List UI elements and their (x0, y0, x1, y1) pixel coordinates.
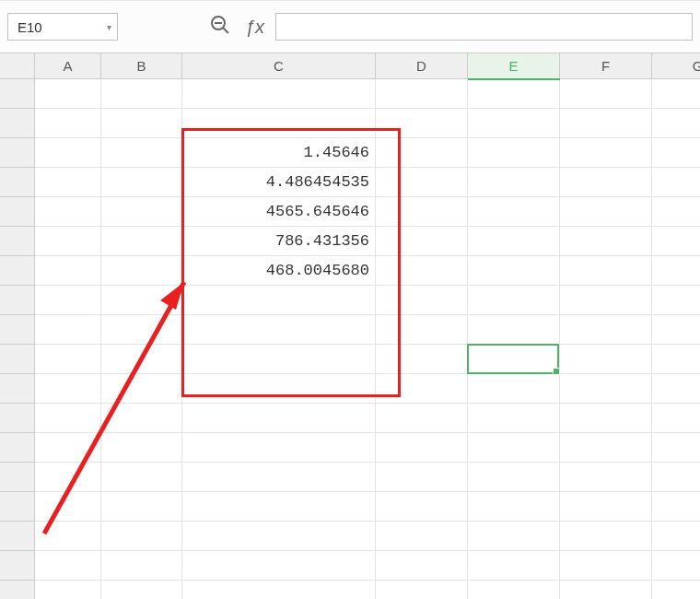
cell[interactable] (652, 197, 700, 227)
row-header[interactable] (0, 551, 34, 581)
row-header[interactable] (0, 168, 34, 197)
cell[interactable] (101, 109, 182, 138)
cell[interactable] (35, 433, 101, 463)
fx-icon[interactable]: ƒx (245, 17, 264, 38)
cell[interactable] (182, 109, 376, 138)
cell[interactable] (468, 404, 560, 433)
cell[interactable] (560, 463, 652, 492)
cell[interactable] (101, 168, 182, 197)
cell[interactable] (560, 227, 652, 256)
cell[interactable] (376, 109, 468, 138)
cell[interactable] (652, 404, 700, 433)
cell[interactable] (468, 256, 560, 286)
cell[interactable] (35, 522, 101, 551)
cell[interactable] (101, 374, 182, 404)
cell[interactable] (182, 581, 376, 599)
cell[interactable] (468, 374, 560, 404)
cell[interactable] (376, 286, 468, 315)
cell[interactable] (101, 286, 182, 315)
cell[interactable] (560, 79, 652, 109)
cell[interactable] (376, 522, 468, 551)
cell[interactable] (468, 463, 560, 492)
cell[interactable] (35, 227, 101, 256)
zoom-icon[interactable] (210, 15, 230, 40)
cell[interactable] (35, 138, 101, 168)
name-box-input[interactable]: E10 ▾ (7, 13, 118, 41)
cell[interactable] (652, 374, 700, 404)
row-header[interactable] (0, 404, 34, 433)
cell[interactable] (652, 168, 700, 197)
row-header[interactable] (0, 286, 34, 315)
cell[interactable] (652, 345, 700, 374)
cell[interactable]: 468.0045680 (182, 256, 376, 286)
cell[interactable] (101, 138, 182, 168)
cell[interactable] (652, 463, 700, 492)
row-header[interactable] (0, 433, 34, 463)
cell[interactable] (652, 109, 700, 138)
cell[interactable] (182, 315, 376, 345)
row-header[interactable] (0, 138, 34, 168)
cell[interactable] (560, 492, 652, 522)
cell[interactable] (652, 286, 700, 315)
cell[interactable] (560, 197, 652, 227)
cell[interactable] (101, 463, 182, 492)
cell[interactable] (468, 522, 560, 551)
cell[interactable] (35, 79, 101, 109)
col-header-C[interactable]: C (182, 53, 376, 78)
cell[interactable] (652, 581, 700, 599)
cell[interactable] (468, 551, 560, 581)
cell[interactable] (560, 168, 652, 197)
cell[interactable] (468, 168, 560, 197)
cell[interactable] (376, 227, 468, 256)
cell[interactable] (182, 404, 376, 433)
cell[interactable] (101, 197, 182, 227)
cell[interactable] (101, 522, 182, 551)
cell[interactable] (376, 168, 468, 197)
cell[interactable] (35, 404, 101, 433)
cell[interactable] (376, 581, 468, 599)
cell[interactable] (182, 433, 376, 463)
select-all-corner[interactable] (0, 53, 35, 78)
cell[interactable] (35, 374, 101, 404)
cell[interactable] (376, 345, 468, 374)
col-header-E[interactable]: E (468, 53, 560, 78)
row-header[interactable] (0, 522, 34, 551)
col-header-B[interactable]: B (101, 53, 182, 78)
cell[interactable] (182, 345, 376, 374)
cell[interactable] (35, 197, 101, 227)
cell[interactable] (35, 345, 101, 374)
cell[interactable] (468, 109, 560, 138)
cell[interactable] (560, 138, 652, 168)
cell[interactable] (101, 315, 182, 345)
cell[interactable] (468, 345, 560, 374)
cell[interactable] (560, 522, 652, 551)
cell[interactable] (376, 551, 468, 581)
row-header[interactable] (0, 374, 34, 404)
cell[interactable] (35, 256, 101, 286)
row-header[interactable] (0, 79, 34, 109)
cell[interactable] (376, 315, 468, 345)
cell[interactable] (101, 345, 182, 374)
cell[interactable] (182, 374, 376, 404)
cell[interactable] (468, 315, 560, 345)
cell[interactable] (35, 168, 101, 197)
cell[interactable] (652, 315, 700, 345)
row-header[interactable] (0, 256, 34, 286)
cell[interactable] (101, 404, 182, 433)
cell[interactable] (35, 551, 101, 581)
cells-area[interactable]: 1.456464.4864545354565.645646786.4313564… (35, 79, 700, 599)
cell[interactable] (376, 197, 468, 227)
cell[interactable] (468, 433, 560, 463)
cell[interactable] (182, 463, 376, 492)
cell[interactable] (652, 551, 700, 581)
cell[interactable] (101, 492, 182, 522)
cell[interactable] (468, 492, 560, 522)
cell[interactable] (468, 197, 560, 227)
cell[interactable] (560, 315, 652, 345)
cell[interactable] (101, 227, 182, 256)
cell[interactable] (376, 492, 468, 522)
cell[interactable] (35, 492, 101, 522)
cell[interactable] (376, 433, 468, 463)
cell[interactable] (560, 256, 652, 286)
cell[interactable] (376, 374, 468, 404)
